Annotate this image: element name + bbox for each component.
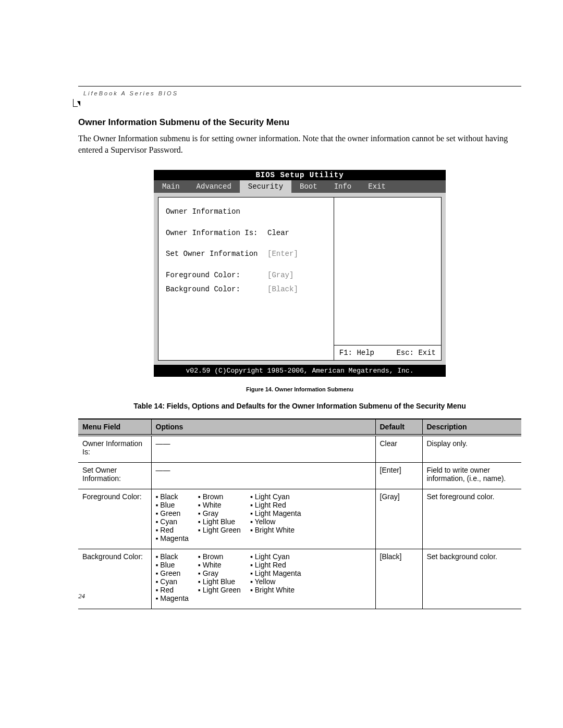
option-item: Light Cyan	[250, 492, 301, 501]
table-row: Owner Information Is:ClearDisplay only.	[78, 435, 521, 463]
bios-item-value: Clear	[267, 226, 289, 240]
bios-item-value: [Black]	[267, 282, 298, 297]
bios-panel-heading: Owner Information	[166, 205, 326, 219]
option-item: Light Red	[250, 501, 301, 509]
bios-left-panel: Owner Information Owner Information Is:C…	[158, 197, 334, 361]
cell-description: Set foreground color.	[422, 489, 521, 549]
table-caption: Table 14: Fields, Options and Defaults f…	[78, 402, 521, 410]
option-item: Light Blue	[198, 517, 241, 526]
intro-paragraph: The Owner Information submenu is for set…	[78, 133, 521, 155]
table-row: Set Owner Information:[Enter]Field to wr…	[78, 463, 521, 489]
cell-options: BlackBlueGreenCyanRedMagentaBrownWhiteGr…	[151, 489, 375, 549]
section-title: Owner Information Submenu of the Securit…	[78, 117, 521, 128]
cell-menu-field: Foreground Color:	[78, 489, 151, 549]
option-item: Light Green	[198, 586, 241, 594]
option-item: Cyan	[156, 577, 189, 586]
option-item: Red	[156, 586, 189, 594]
bios-tab-row: MainAdvancedSecurityBootInfoExit	[154, 180, 446, 193]
bios-item-label: Foreground Color:	[166, 268, 267, 282]
option-item: Blue	[156, 561, 189, 569]
bios-tab-exit: Exit	[360, 180, 394, 193]
option-item: Black	[156, 492, 189, 501]
cell-description: Display only.	[422, 435, 521, 463]
option-item: Bright White	[250, 526, 301, 534]
option-item: Green	[156, 509, 189, 517]
options-table: Menu FieldOptionsDefaultDescription Owne…	[78, 418, 521, 609]
cell-default: [Gray]	[375, 489, 422, 549]
bios-tab-main: Main	[154, 180, 188, 193]
cell-options	[151, 463, 375, 489]
option-item: Red	[156, 526, 189, 534]
cell-menu-field: Set Owner Information:	[78, 463, 151, 489]
cell-menu-field: Background Color:	[78, 549, 151, 609]
option-item: Light Green	[198, 526, 241, 534]
bios-tab-advanced: Advanced	[188, 180, 240, 193]
option-item: Brown	[198, 492, 241, 501]
top-rule	[78, 86, 521, 87]
bios-item-label: Set Owner Information	[166, 247, 267, 261]
table-header: Menu Field	[78, 419, 151, 435]
cell-description: Set background color.	[422, 549, 521, 609]
bios-footer: v02.59 (C)Copyright 1985-2006, American …	[154, 365, 446, 377]
bios-item-label: Background Color:	[166, 282, 267, 297]
option-item: Light Magenta	[250, 569, 301, 577]
option-item: Bright White	[250, 586, 301, 594]
cell-options	[151, 435, 375, 463]
page-number: 24	[78, 592, 85, 600]
option-item: Gray	[198, 509, 241, 517]
option-item: Yellow	[250, 517, 301, 526]
cell-options: BlackBlueGreenCyanRedMagentaBrownWhiteGr…	[151, 549, 375, 609]
option-item: Magenta	[156, 534, 189, 542]
running-head: LifeBook A Series BIOS	[83, 90, 178, 96]
bios-tab-security: Security	[240, 180, 291, 193]
bios-item-label: Owner Information Is:	[166, 226, 267, 240]
cell-default: [Enter]	[375, 463, 422, 489]
option-item: Light Red	[250, 561, 301, 569]
bios-tab-boot: Boot	[291, 180, 326, 193]
options-dash	[156, 466, 170, 474]
figure-caption: Figure 14. Owner Information Submenu	[78, 386, 521, 392]
option-item: Black	[156, 552, 189, 561]
bios-help-bar: F1: Help Esc: Exit	[334, 345, 441, 360]
bios-screenshot: BIOS Setup Utility MainAdvancedSecurityB…	[154, 170, 446, 377]
option-item: Brown	[198, 552, 241, 561]
bios-item-value: [Gray]	[267, 268, 293, 282]
table-row: Background Color:BlackBlueGreenCyanRedMa…	[78, 549, 521, 609]
option-item: Yellow	[250, 577, 301, 586]
option-item: Light Cyan	[250, 552, 301, 561]
cell-default: Clear	[375, 435, 422, 463]
table-header: Options	[151, 419, 375, 435]
option-item: Cyan	[156, 517, 189, 526]
table-header: Default	[375, 419, 422, 435]
options-dash	[156, 439, 170, 448]
option-item: Light Magenta	[250, 509, 301, 517]
bios-item-value: [Enter]	[267, 247, 298, 261]
bios-help-esc: Esc: Exit	[396, 349, 436, 357]
option-item: Green	[156, 569, 189, 577]
cell-menu-field: Owner Information Is:	[78, 435, 151, 463]
option-item: White	[198, 501, 241, 509]
option-item: White	[198, 561, 241, 569]
bios-help-f1: F1: Help	[339, 349, 374, 357]
cell-default: [Black]	[375, 549, 422, 609]
table-header: Description	[422, 419, 521, 435]
option-item: Gray	[198, 569, 241, 577]
cell-description: Field to write owner information, (i.e.,…	[422, 463, 521, 489]
option-item: Blue	[156, 501, 189, 509]
option-item: Light Blue	[198, 577, 241, 586]
table-row: Foreground Color:BlackBlueGreenCyanRedMa…	[78, 489, 521, 549]
option-item: Magenta	[156, 594, 189, 602]
bios-tab-info: Info	[326, 180, 360, 193]
bios-titlebar: BIOS Setup Utility	[154, 170, 446, 180]
bios-right-panel: F1: Help Esc: Exit	[334, 197, 442, 361]
